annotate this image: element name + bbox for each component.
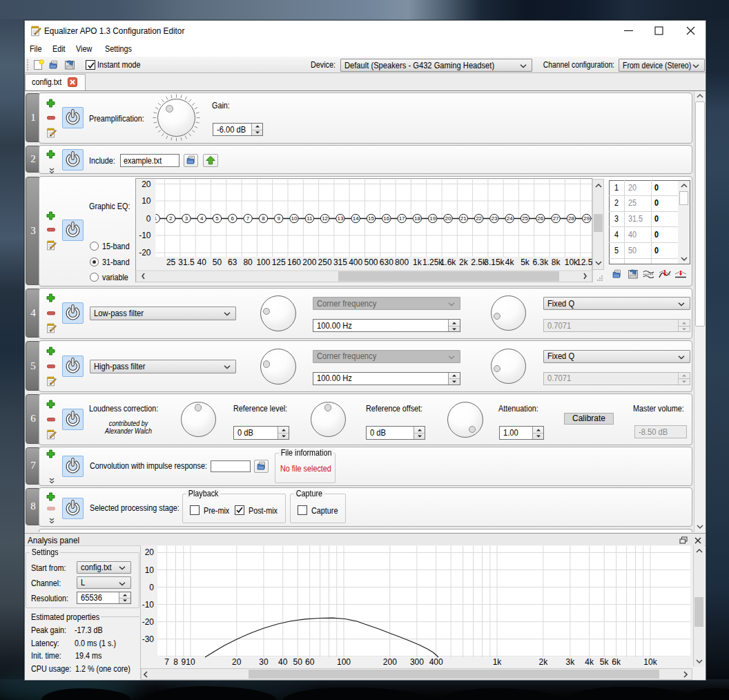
svg-text:-20: -20 [139, 248, 151, 257]
svg-text:4: 4 [200, 215, 204, 222]
svg-text:8k: 8k [552, 257, 561, 266]
svg-text:2k: 2k [538, 657, 548, 667]
svg-text:10k: 10k [643, 657, 657, 667]
svg-text:160: 160 [287, 257, 301, 266]
svg-text:14: 14 [353, 215, 359, 222]
svg-text:800: 800 [395, 257, 409, 266]
svg-text:40: 40 [197, 257, 207, 266]
svg-text:25: 25 [522, 215, 528, 222]
svg-text:630: 630 [380, 257, 393, 266]
svg-text:200: 200 [383, 657, 397, 667]
svg-text:4k: 4k [585, 657, 594, 667]
svg-text:400: 400 [349, 257, 362, 266]
svg-text:500: 500 [364, 257, 378, 266]
svg-text:100: 100 [256, 257, 270, 266]
svg-text:21: 21 [460, 215, 467, 222]
svg-text:10: 10 [186, 657, 195, 667]
svg-text:15: 15 [368, 215, 374, 222]
svg-text:20: 20 [232, 657, 242, 667]
svg-text:50: 50 [213, 257, 222, 266]
svg-text:300: 300 [410, 657, 424, 667]
svg-text:50: 50 [293, 657, 303, 667]
svg-text:100: 100 [337, 657, 351, 667]
svg-text:315: 315 [333, 257, 347, 266]
svg-text:0: 0 [146, 213, 151, 223]
svg-text:10: 10 [145, 565, 155, 575]
svg-text:7: 7 [246, 215, 250, 222]
svg-text:250: 250 [318, 257, 332, 266]
svg-text:400: 400 [429, 657, 443, 667]
svg-text:-10: -10 [139, 231, 151, 240]
svg-text:200: 200 [302, 257, 316, 266]
svg-text:25: 25 [166, 257, 176, 266]
svg-text:-10: -10 [142, 600, 155, 610]
svg-text:80: 80 [243, 257, 253, 266]
svg-text:20: 20 [142, 179, 151, 188]
svg-text:125: 125 [272, 257, 286, 266]
svg-text:5k: 5k [521, 257, 530, 266]
svg-text:1k: 1k [413, 257, 422, 266]
svg-text:5k: 5k [600, 657, 610, 667]
svg-text:8: 8 [262, 215, 265, 222]
svg-text:3: 3 [185, 215, 188, 222]
svg-text:5: 5 [215, 215, 219, 222]
svg-text:18: 18 [414, 215, 420, 222]
svg-text:12: 12 [322, 215, 328, 222]
svg-text:0: 0 [149, 583, 154, 592]
svg-text:24: 24 [507, 215, 513, 222]
svg-text:10: 10 [142, 196, 151, 206]
svg-text:22: 22 [476, 215, 482, 222]
svg-text:27: 27 [553, 215, 559, 222]
svg-text:26: 26 [537, 215, 543, 222]
svg-text:7: 7 [164, 657, 169, 667]
svg-text:4k: 4k [505, 257, 515, 266]
svg-text:19: 19 [429, 215, 436, 222]
svg-text:29: 29 [583, 215, 590, 222]
svg-text:16: 16 [383, 215, 389, 222]
svg-text:20: 20 [445, 215, 451, 222]
svg-text:3k: 3k [566, 657, 576, 667]
svg-text:23: 23 [491, 215, 497, 222]
svg-text:8: 8 [173, 657, 178, 667]
svg-text:28: 28 [568, 215, 574, 222]
svg-text:60: 60 [305, 657, 315, 667]
svg-text:31.5: 31.5 [178, 257, 195, 266]
svg-text:6: 6 [231, 215, 235, 222]
svg-text:3.15k: 3.15k [484, 257, 505, 266]
svg-text:30: 30 [259, 657, 269, 667]
svg-text:17: 17 [399, 215, 405, 222]
svg-text:63: 63 [228, 257, 237, 266]
svg-text:-20: -20 [142, 617, 155, 627]
svg-text:-30: -30 [142, 634, 155, 644]
svg-text:6k: 6k [612, 657, 621, 667]
svg-text:1k: 1k [493, 657, 503, 667]
svg-text:2: 2 [169, 215, 173, 222]
svg-text:11: 11 [307, 215, 313, 222]
svg-text:1.6k: 1.6k [440, 257, 457, 266]
svg-text:40: 40 [278, 657, 288, 667]
svg-text:6.3k: 6.3k [532, 257, 549, 266]
svg-text:2k: 2k [459, 257, 469, 266]
svg-text:9: 9 [277, 215, 280, 222]
svg-text:13: 13 [337, 215, 343, 222]
svg-text:10: 10 [291, 215, 298, 222]
svg-text:20: 20 [145, 547, 155, 557]
